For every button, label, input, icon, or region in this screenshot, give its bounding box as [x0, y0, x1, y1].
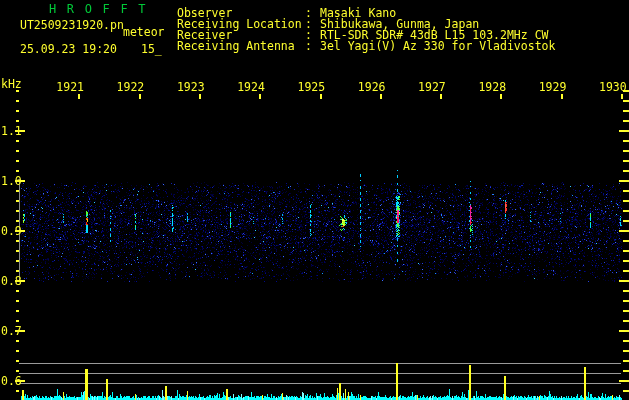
- spectrogram-canvas: [0, 0, 629, 400]
- info-colon-antenna: :: [305, 40, 312, 52]
- freq-minor-tick-left: [16, 290, 19, 292]
- freq-minor-tick-right: [623, 260, 629, 262]
- freq-minor-tick-left: [16, 120, 19, 122]
- freq-minor-tick-right: [623, 170, 629, 172]
- freq-minor-tick-left: [16, 300, 19, 302]
- freq-minor-tick-right: [623, 150, 629, 152]
- time-tick: [561, 94, 563, 99]
- time-tick: [259, 94, 261, 99]
- time-tick: [500, 94, 502, 99]
- freq-minor-tick-right: [623, 90, 629, 92]
- time-tick-label: 1925: [298, 81, 326, 93]
- time-tick-label: 1922: [117, 81, 145, 93]
- freq-minor-tick-right: [623, 100, 629, 102]
- time-tick: [320, 94, 322, 99]
- time-tick-label: 1927: [418, 81, 446, 93]
- freq-major-tick-left: [15, 180, 25, 182]
- app-title: H R O F F T: [49, 3, 147, 15]
- time-tick: [139, 94, 141, 99]
- freq-major-tick-right: [619, 380, 629, 382]
- freq-major-tick-left: [15, 330, 25, 332]
- freq-minor-tick-left: [16, 140, 19, 142]
- info-value-antenna: 3el Yagi(V) Az 330 for Vladivostok: [320, 40, 555, 52]
- freq-minor-tick-right: [623, 220, 629, 222]
- hrofft-window: H R O F F T UT2509231920.pn meteor 25.09…: [0, 0, 629, 400]
- freq-major-tick-right: [619, 130, 629, 132]
- freq-major-tick-left: [15, 380, 25, 382]
- freq-major-tick-left: [15, 130, 25, 132]
- time-tick: [78, 94, 80, 99]
- freq-minor-tick-left: [16, 110, 19, 112]
- freq-minor-tick-right: [623, 320, 629, 322]
- freq-minor-tick-left: [16, 170, 19, 172]
- time-tick-label: 1923: [177, 81, 205, 93]
- time-tick-label: 1921: [56, 81, 84, 93]
- freq-minor-tick-right: [623, 360, 629, 362]
- info-label-antenna: Receiving Antenna: [177, 40, 295, 52]
- freq-minor-tick-right: [623, 210, 629, 212]
- freq-major-tick-left: [15, 280, 25, 282]
- time-tick-label: 1926: [358, 81, 386, 93]
- freq-minor-tick-left: [16, 240, 19, 242]
- freq-major-tick-right: [619, 330, 629, 332]
- freq-minor-tick-right: [623, 140, 629, 142]
- freq-minor-tick-right: [623, 200, 629, 202]
- freq-minor-tick-left: [16, 190, 19, 192]
- freq-major-tick-right: [619, 230, 629, 232]
- freq-minor-tick-right: [623, 340, 629, 342]
- freq-minor-tick-right: [623, 120, 629, 122]
- time-tick: [440, 94, 442, 99]
- freq-minor-tick-right: [623, 310, 629, 312]
- freq-minor-tick-right: [623, 390, 629, 392]
- time-tick-label: 1928: [478, 81, 506, 93]
- note-label: meteor: [123, 26, 165, 38]
- freq-minor-tick-left: [16, 100, 19, 102]
- freq-minor-tick-right: [623, 110, 629, 112]
- freq-minor-tick-left: [16, 340, 19, 342]
- time-tick: [199, 94, 201, 99]
- freq-minor-tick-left: [16, 350, 19, 352]
- freq-minor-tick-left: [16, 360, 19, 362]
- time-tick-label: 1929: [539, 81, 567, 93]
- datetime-label: 25.09.23 19:20: [20, 43, 117, 55]
- freq-minor-tick-right: [623, 290, 629, 292]
- freq-minor-tick-left: [16, 150, 19, 152]
- freq-minor-tick-left: [16, 250, 19, 252]
- freq-minor-tick-right: [623, 250, 629, 252]
- time-tick: [621, 94, 623, 99]
- khz-unit-label: kHz: [1, 78, 22, 90]
- freq-minor-tick-left: [16, 370, 19, 372]
- freq-minor-tick-right: [623, 370, 629, 372]
- seconds-counter: 15_: [141, 43, 162, 55]
- freq-minor-tick-right: [623, 190, 629, 192]
- freq-major-tick-right: [619, 180, 629, 182]
- filename-label: UT2509231920.pn: [20, 19, 124, 31]
- freq-minor-tick-left: [16, 270, 19, 272]
- time-tick: [380, 94, 382, 99]
- freq-minor-tick-left: [16, 160, 19, 162]
- freq-major-tick-left: [15, 230, 25, 232]
- freq-minor-tick-left: [16, 310, 19, 312]
- freq-minor-tick-left: [16, 210, 19, 212]
- freq-minor-tick-right: [623, 160, 629, 162]
- freq-minor-tick-right: [623, 300, 629, 302]
- freq-minor-tick-left: [16, 320, 19, 322]
- freq-minor-tick-left: [16, 90, 19, 92]
- freq-major-tick-right: [619, 280, 629, 282]
- freq-minor-tick-left: [16, 200, 19, 202]
- freq-minor-tick-left: [16, 260, 19, 262]
- freq-minor-tick-right: [623, 350, 629, 352]
- freq-minor-tick-left: [16, 220, 19, 222]
- freq-minor-tick-right: [623, 270, 629, 272]
- time-tick-label: 1924: [237, 81, 265, 93]
- freq-minor-tick-right: [623, 240, 629, 242]
- freq-minor-tick-left: [16, 390, 19, 392]
